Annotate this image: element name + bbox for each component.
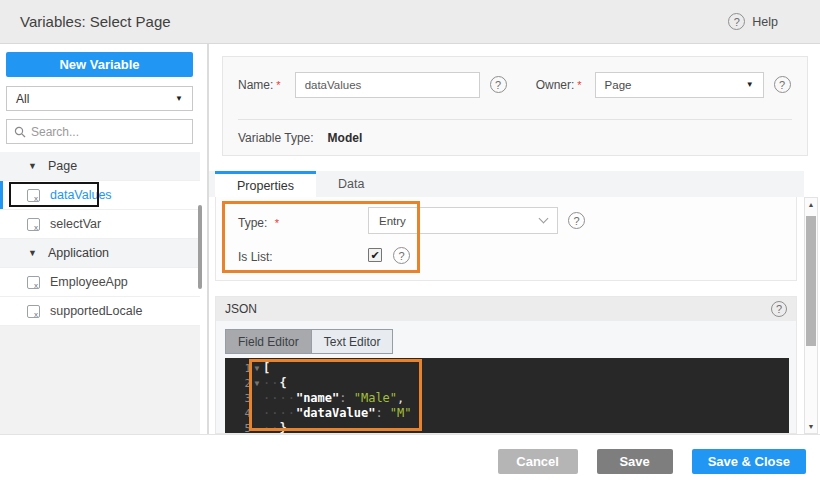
line-number: 2: [225, 376, 251, 391]
name-required-mark: *: [276, 79, 280, 91]
dialog-body: New Variable All ▼ ▼PagexdataValuesxsele…: [0, 44, 820, 434]
dialog-header: Variables: Select Page ? Help: [0, 0, 820, 44]
code-token-colon: :: [339, 391, 353, 406]
variable-icon: x: [27, 276, 40, 289]
is-list-help-icon[interactable]: ?: [393, 247, 410, 264]
sidebar-item-supportedLocale[interactable]: xsupportedLocale: [0, 297, 200, 326]
code-token-colon: :: [375, 406, 389, 421]
variable-type-row: Variable Type: Model: [238, 131, 362, 145]
collapse-caret-icon: ▼: [28, 248, 37, 258]
code-fold-spacer: [251, 391, 263, 406]
code-token-bracket: [: [263, 361, 270, 376]
cancel-button[interactable]: Cancel: [498, 449, 578, 474]
name-help-icon[interactable]: ?: [490, 76, 507, 93]
indent-guide: ··: [263, 376, 279, 391]
scroll-up-arrow[interactable]: ▲: [805, 201, 817, 208]
tab-properties[interactable]: Properties: [215, 171, 316, 197]
tree-item-label: EmployeeApp: [50, 275, 128, 289]
code-fold-spacer: [251, 421, 263, 434]
variables-tree: ▼PagexdataValuesxselectVar▼ApplicationxE…: [0, 152, 200, 326]
tree-item-label: supportedLocale: [50, 304, 142, 318]
code-fold-spacer: [251, 406, 263, 421]
name-input[interactable]: [295, 72, 480, 98]
new-variable-button[interactable]: New Variable: [6, 52, 193, 77]
tree-group-Page[interactable]: ▼Page: [0, 152, 200, 181]
code-line: 4····"dataValue": "M": [225, 406, 789, 421]
type-row-label: Type: *: [238, 213, 279, 231]
owner-required-mark: *: [577, 79, 581, 91]
variable-detail-pane: Name: * ? Owner: * Page ▼ ? Variable Typ…: [209, 44, 820, 434]
search-input[interactable]: [31, 125, 171, 139]
code-token-key: "name": [296, 391, 339, 406]
sidebar-item-dataValues[interactable]: xdataValues: [0, 181, 200, 210]
properties-panel: Type: * Entry ? Is List: ✔ ?: [215, 197, 797, 281]
detail-tabs: Properties Data: [209, 171, 804, 197]
page-title: Variables: Select Page: [20, 13, 171, 30]
dropdown-arrow-icon: ▼: [175, 94, 183, 103]
code-fold-icon[interactable]: ▼: [251, 376, 263, 391]
variables-dialog: Variables: Select Page ? Help New Variab…: [0, 0, 820, 488]
json-help-icon[interactable]: ?: [771, 301, 787, 317]
code-token-key: "dataValue": [296, 406, 375, 421]
save-and-close-button[interactable]: Save & Close: [692, 449, 806, 474]
code-token-comma: ,: [397, 391, 404, 406]
code-line: 5··}: [225, 421, 789, 434]
is-list-checkbox[interactable]: ✔: [368, 248, 382, 262]
panel-divider: [238, 119, 792, 120]
scroll-down-arrow[interactable]: ▼: [805, 423, 817, 430]
variable-info-panel: Name: * ? Owner: * Page ▼ ? Variable Typ…: [222, 56, 808, 156]
type-required-mark: *: [275, 217, 279, 229]
variable-type-value: Model: [328, 131, 363, 145]
variable-icon: x: [27, 189, 40, 202]
code-token-string: "Male": [354, 391, 397, 406]
code-line: 2▼··{: [225, 376, 789, 391]
code-token-string: "M": [390, 406, 412, 421]
tree-group-label: Application: [48, 246, 109, 260]
code-token-bracket: {: [279, 376, 286, 391]
tree-item-label: selectVar: [50, 217, 101, 231]
name-label: Name:: [238, 78, 273, 92]
code-line: 1▼[: [225, 361, 789, 376]
json-panel-header: JSON ?: [216, 297, 796, 321]
owner-label: Owner:: [536, 78, 575, 92]
variable-type-label: Variable Type:: [238, 131, 314, 145]
code-line: 3····"name": "Male",: [225, 391, 789, 406]
tree-group-label: Page: [48, 159, 77, 173]
collapse-caret-icon: ▼: [28, 161, 37, 171]
json-title: JSON: [225, 302, 257, 316]
indent-guide: ····: [263, 406, 296, 421]
variable-icon: x: [27, 305, 40, 318]
json-panel: JSON ? Field Editor Text Editor 1▼[2▼··{…: [215, 296, 797, 434]
variables-sidebar: New Variable All ▼ ▼PagexdataValuesxsele…: [0, 44, 200, 434]
variable-filter-select[interactable]: All ▼: [6, 86, 193, 111]
code-token-bracket: }: [279, 421, 286, 434]
line-number: 3: [225, 391, 251, 406]
sidebar-item-EmployeeApp[interactable]: xEmployeeApp: [0, 268, 200, 297]
type-value: Entry: [379, 215, 406, 227]
owner-select[interactable]: Page ▼: [595, 72, 764, 98]
search-box: [6, 119, 193, 144]
json-code-editor[interactable]: 1▼[2▼··{3····"name": "Male",4····"dataVa…: [225, 358, 789, 434]
save-button[interactable]: Save: [597, 449, 673, 474]
help-label: Help: [752, 15, 778, 29]
owner-help-icon[interactable]: ?: [774, 76, 791, 93]
chevron-down-icon: [539, 214, 549, 224]
type-select[interactable]: Entry: [368, 207, 558, 234]
variable-filter-value: All: [16, 92, 29, 106]
sidebar-scrollbar-thumb[interactable]: [198, 205, 202, 289]
type-help-icon[interactable]: ?: [568, 212, 585, 229]
sidebar-filler: [0, 326, 200, 434]
line-number: 4: [225, 406, 251, 421]
field-editor-button[interactable]: Field Editor: [226, 330, 312, 353]
code-fold-icon[interactable]: ▼: [251, 361, 263, 376]
dropdown-arrow-icon: ▼: [746, 80, 754, 89]
tree-group-Application[interactable]: ▼Application: [0, 239, 200, 268]
search-icon: [14, 126, 26, 138]
type-label: Type:: [238, 216, 267, 230]
line-number: 1: [225, 361, 251, 376]
help-link[interactable]: ? Help: [728, 13, 778, 30]
text-editor-button[interactable]: Text Editor: [312, 330, 393, 353]
sidebar-item-selectVar[interactable]: xselectVar: [0, 210, 200, 239]
tab-data[interactable]: Data: [316, 171, 386, 197]
scrollbar-thumb[interactable]: [806, 216, 816, 346]
